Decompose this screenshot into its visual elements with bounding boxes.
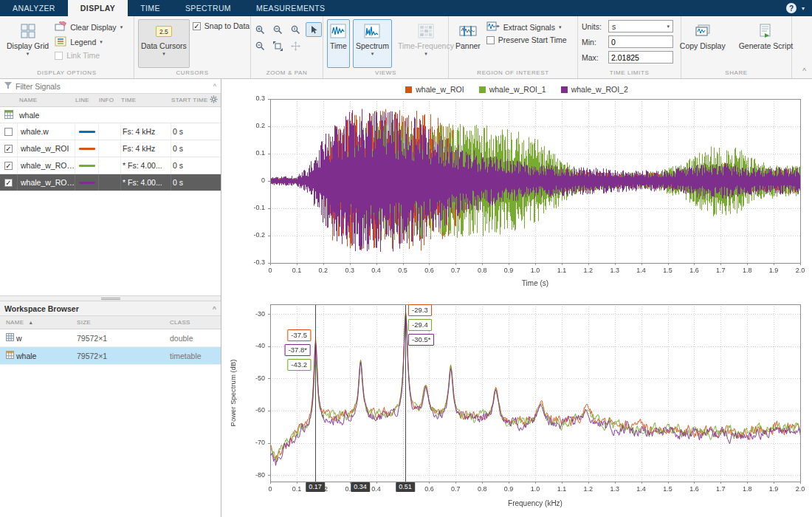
signal-group-row[interactable]: whale [0, 107, 221, 123]
snap-to-data-checkbox[interactable]: Snap to Data [193, 21, 250, 30]
signal-table-empty-area [0, 191, 221, 295]
signal-row[interactable]: whale_w_ROI... * Fs: 4.00... 0 s [0, 174, 221, 191]
fit-to-view-button[interactable] [270, 38, 286, 53]
display-grid-button[interactable]: Display Grid ▾ [4, 19, 52, 68]
copy-display-button[interactable]: Copy Display [677, 19, 729, 68]
signal-table-header: NAME LINE INFO TIME START TIME [0, 94, 221, 107]
ribbon-section-time-limits: Units: s ▾ Min: Max: TIME LIMITS [578, 16, 681, 78]
legend-swatch [405, 86, 412, 93]
legend-item: whale_w_ROI_2 [561, 85, 628, 94]
tab-measurements[interactable]: MEASUREMENTS [244, 0, 337, 16]
cursor-x-label[interactable]: 0.51 [396, 482, 415, 492]
preserve-start-time-checkbox[interactable]: Preserve Start Time [486, 35, 567, 44]
ribbon-section-cursors: 2.5 Data Cursors ▾ Snap to Data CURSORS [134, 16, 251, 78]
view-time-button[interactable]: Time [327, 19, 350, 68]
extract-signals-button[interactable]: Extract Signals ▾ [486, 21, 567, 32]
zoom-in-button[interactable] [252, 22, 269, 37]
tab-display[interactable]: DISPLAY [68, 0, 128, 16]
zoom-out-button[interactable] [252, 38, 269, 53]
signal-checkbox[interactable] [4, 128, 13, 136]
time-plot-canvas[interactable] [221, 95, 812, 295]
max-time-input[interactable] [608, 51, 673, 64]
checkbox-icon [193, 22, 201, 30]
section-label: DISPLAY OPTIONS [0, 68, 134, 78]
collapse-workspace-icon[interactable]: ^ [213, 305, 216, 312]
collapse-ribbon-button[interactable]: ^ [802, 67, 806, 75]
generate-script-button[interactable]: Generate Script [736, 19, 796, 68]
signal-row[interactable]: whale_w_ROI Fs: 4 kHz 0 s [0, 140, 221, 157]
workspace-row[interactable]: whale 79572×1 timetable [0, 347, 221, 365]
tab-analyzer[interactable]: ANALYZER [0, 0, 68, 16]
chevron-down-icon: ▾ [162, 51, 165, 57]
signal-checkbox[interactable] [4, 179, 13, 187]
generate-script-icon [758, 24, 773, 40]
line-swatch [79, 182, 95, 184]
copy-display-icon [695, 24, 711, 40]
gear-icon[interactable] [210, 95, 218, 105]
legend-swatch [479, 86, 486, 93]
line-style-cell[interactable] [75, 174, 99, 191]
legend-swatch [561, 86, 568, 93]
datatip[interactable]: -30.5* [408, 334, 434, 346]
clear-display-button[interactable]: Clear Display ▾ [55, 21, 123, 33]
datatip[interactable]: -37.8* [285, 344, 311, 356]
zoom-x-button[interactable] [270, 22, 286, 37]
datatip[interactable]: -37.5 [287, 329, 311, 341]
signal-row[interactable]: whale_w_ROI... * Fs: 4.00... 0 s [0, 157, 221, 174]
chevron-down-icon[interactable]: ▾ [802, 5, 805, 12]
timetable-icon [4, 110, 13, 120]
sort-asc-icon[interactable]: ▲ [28, 320, 33, 325]
line-style-cell[interactable] [75, 140, 99, 157]
section-label: SHARE [681, 68, 791, 78]
zoom-y-button[interactable] [288, 22, 304, 37]
line-swatch [79, 131, 95, 133]
cursor-x-label[interactable]: 0.17 [306, 482, 325, 492]
data-cursors-button[interactable]: 2.5 Data Cursors ▾ [138, 19, 190, 68]
workspace-row[interactable]: w 79572×1 double [0, 329, 221, 347]
line-swatch [79, 148, 95, 150]
tab-spectrum[interactable]: SPECTRUM [173, 0, 244, 16]
pan-button[interactable] [288, 38, 304, 53]
line-style-cell[interactable] [75, 123, 99, 140]
legend-icon [55, 36, 66, 48]
workspace-browser-title: Workspace Browser ^ [0, 301, 221, 316]
link-time-checkbox[interactable]: Link Time [55, 51, 123, 60]
clear-display-icon [55, 21, 66, 33]
legend[interactable]: whale_w_ROI whale_w_ROI_1 whale_w_ROI_2 [221, 79, 812, 95]
line-style-cell[interactable] [75, 157, 99, 174]
chevron-down-icon: ▾ [371, 51, 374, 57]
panner-icon [459, 24, 477, 39]
fit-to-view-icon [273, 41, 283, 51]
chevron-down-icon: ▾ [424, 51, 427, 57]
datatip[interactable]: -29.3 [408, 304, 432, 316]
filter-signals-input[interactable] [16, 82, 210, 91]
variable-icon [6, 333, 14, 343]
tab-time[interactable]: TIME [128, 0, 173, 16]
min-time-input[interactable] [608, 35, 673, 48]
zoom-out-icon [255, 41, 265, 51]
panel-splitter[interactable] [0, 295, 221, 301]
signal-checkbox[interactable] [4, 162, 13, 170]
legend-button[interactable]: Legend ▾ [55, 36, 123, 48]
ribbon-section-display-options: Display Grid ▾ Clear Display ▾ Legend ▾ [0, 16, 134, 78]
arrow-cursor-icon [309, 25, 318, 34]
signal-panel: ^ NAME LINE INFO TIME START TIME whale [0, 79, 221, 517]
view-spectrum-button[interactable]: Spectrum ▾ [353, 19, 392, 68]
signal-row[interactable]: whale.w Fs: 4 kHz 0 s [0, 123, 221, 140]
help-icon[interactable]: ? [786, 3, 796, 13]
display-area: whale_w_ROI whale_w_ROI_1 whale_w_ROI_2 … [221, 79, 812, 517]
panner-button[interactable]: Panner [453, 19, 484, 68]
units-dropdown[interactable]: s ▾ [608, 20, 673, 32]
datatip[interactable]: -29.4 [408, 319, 432, 331]
cursor-delta-label: 0.34 [351, 482, 370, 492]
pan-icon [291, 41, 300, 51]
collapse-panel-icon[interactable]: ^ [213, 83, 216, 90]
section-label: ZOOM & PAN [251, 68, 323, 78]
workspace-empty-area [0, 365, 221, 517]
ribbon: Display Grid ▾ Clear Display ▾ Legend ▾ [0, 16, 812, 79]
line-swatch [79, 165, 95, 167]
select-arrow-button[interactable] [306, 22, 322, 37]
signal-checkbox[interactable] [4, 145, 13, 153]
datatip[interactable]: -43.2 [287, 359, 311, 371]
view-time-frequency-button[interactable]: Time-Frequency ▾ [395, 19, 457, 68]
